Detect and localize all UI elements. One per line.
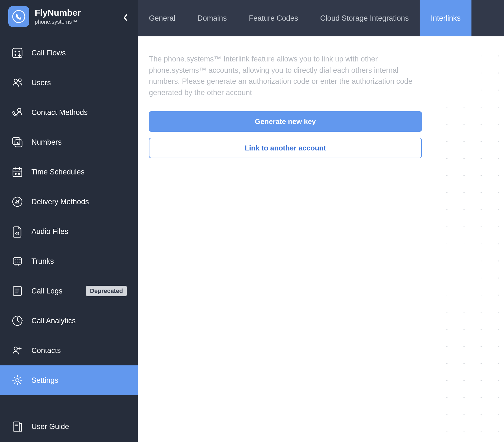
sidebar-item-call-logs[interactable]: Call Logs Deprecated <box>0 276 138 306</box>
svg-point-2 <box>15 51 16 52</box>
svg-point-7 <box>18 108 21 112</box>
tab-cloud-storage-integrations[interactable]: Cloud Storage Integrations <box>309 0 420 36</box>
svg-point-4 <box>15 54 16 55</box>
phone-icon <box>12 10 26 23</box>
svg-rect-14 <box>13 258 22 264</box>
sidebar-item-call-flows[interactable]: Call Flows <box>0 38 138 68</box>
svg-point-18 <box>16 379 19 382</box>
sidebar-item-label: Time Schedules <box>31 168 127 176</box>
tab-domains[interactable]: Domains <box>186 0 238 36</box>
calendar-icon <box>11 166 24 178</box>
sidebar-item-label: Contact Methods <box>31 108 127 117</box>
sidebar-nav: Call Flows Users Contact <box>0 35 138 442</box>
contact-methods-icon <box>11 106 24 119</box>
svg-rect-19 <box>13 422 19 431</box>
deprecated-badge: Deprecated <box>86 286 127 296</box>
interlinks-panel: The phone.systems™ Interlink feature all… <box>138 36 433 442</box>
settings-tabs: General Domains Feature Codes Cloud Stor… <box>138 0 504 36</box>
brand-title: FlyNumber <box>35 8 81 18</box>
svg-point-12 <box>18 173 20 174</box>
users-icon <box>11 76 24 89</box>
chevron-left-icon <box>123 14 128 21</box>
audio-file-icon <box>11 225 24 238</box>
sidebar-item-contacts[interactable]: Contacts <box>0 336 138 365</box>
sidebar-item-label: Call Analytics <box>31 317 127 325</box>
sidebar-item-label: Call Flows <box>31 49 127 57</box>
svg-rect-9 <box>15 140 22 147</box>
content-area: The phone.systems™ Interlink feature all… <box>138 36 504 442</box>
sidebar-item-label: Trunks <box>31 257 127 266</box>
sidebar-item-users[interactable]: Users <box>0 68 138 98</box>
canvas-background <box>433 36 504 442</box>
guide-icon <box>11 420 24 433</box>
tab-interlinks[interactable]: Interlinks <box>420 0 471 36</box>
sidebar-item-label: Delivery Methods <box>31 198 127 206</box>
app-logo <box>8 6 29 27</box>
sidebar: FlyNumber phone.systems™ Call <box>0 0 138 442</box>
sidebar-item-time-schedules[interactable]: Time Schedules <box>0 157 138 187</box>
sidebar-item-user-guide[interactable]: User Guide <box>0 412 138 441</box>
generate-new-key-button[interactable]: Generate new key <box>149 111 422 132</box>
delivery-icon <box>11 195 24 208</box>
sidebar-item-delivery-methods[interactable]: Delivery Methods <box>0 187 138 217</box>
sidebar-item-label: Settings <box>31 376 127 385</box>
main-area: General Domains Feature Codes Cloud Stor… <box>138 0 504 442</box>
sidebar-item-label: Numbers <box>31 138 127 147</box>
sidebar-item-audio-files[interactable]: Audio Files <box>0 217 138 246</box>
svg-point-17 <box>14 347 17 350</box>
svg-point-6 <box>18 79 21 82</box>
svg-point-11 <box>15 173 16 174</box>
svg-point-3 <box>19 51 20 52</box>
svg-point-0 <box>13 10 25 23</box>
brand-subtitle: phone.systems™ <box>35 19 81 25</box>
svg-rect-1 <box>13 48 22 58</box>
interlinks-description: The phone.systems™ Interlink feature all… <box>149 53 422 98</box>
call-flows-icon <box>11 47 24 59</box>
sidebar-item-label: Audio Files <box>31 227 127 236</box>
trunks-icon <box>11 255 24 268</box>
brand: FlyNumber phone.systems™ <box>35 8 81 25</box>
svg-rect-10 <box>13 168 22 177</box>
numbers-icon <box>11 136 24 149</box>
link-to-another-account-button[interactable]: Link to another account <box>149 138 422 158</box>
svg-rect-8 <box>13 138 20 145</box>
sidebar-item-trunks[interactable]: Trunks <box>0 246 138 276</box>
tab-feature-codes[interactable]: Feature Codes <box>238 0 309 36</box>
sidebar-item-contact-methods[interactable]: Contact Methods <box>0 98 138 127</box>
sidebar-item-settings[interactable]: Settings <box>0 365 138 395</box>
sidebar-item-label: Call Logs <box>31 287 86 295</box>
gear-icon <box>11 374 24 387</box>
contacts-icon <box>11 344 24 357</box>
tab-general[interactable]: General <box>138 0 186 36</box>
sidebar-item-numbers[interactable]: Numbers <box>0 127 138 157</box>
logs-icon <box>11 285 24 297</box>
sidebar-item-label: Contacts <box>31 346 127 355</box>
analytics-icon <box>11 314 24 327</box>
sidebar-header: FlyNumber phone.systems™ <box>0 0 138 35</box>
collapse-sidebar-button[interactable] <box>121 14 130 22</box>
sidebar-item-label: User Guide <box>31 422 127 431</box>
sidebar-item-call-analytics[interactable]: Call Analytics <box>0 306 138 336</box>
sidebar-item-label: Users <box>31 79 127 87</box>
svg-point-5 <box>14 79 17 82</box>
